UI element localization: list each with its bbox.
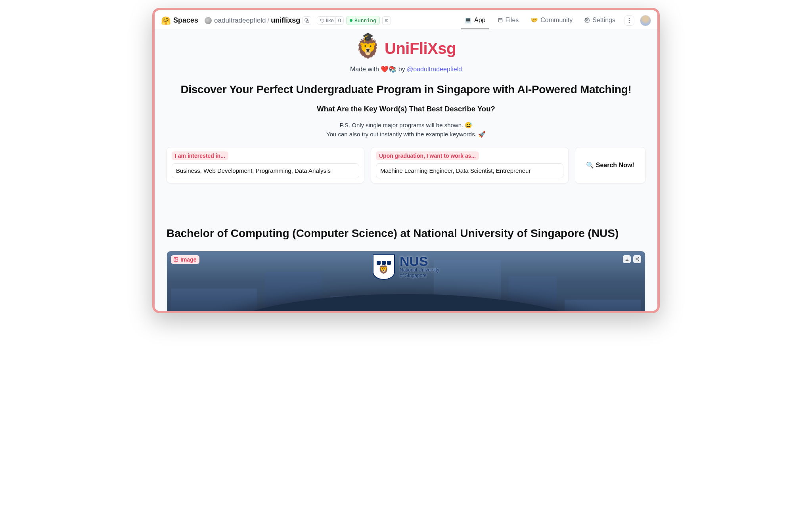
spaces-label[interactable]: Spaces: [173, 16, 198, 25]
copy-icon[interactable]: [303, 16, 311, 25]
svg-point-9: [629, 20, 630, 21]
nus-crest-icon: 🦁: [373, 254, 395, 280]
question: What Are the Key Word(s) That Best Descr…: [164, 105, 648, 113]
byline: Made with ❤️📚 by @oadultradeepfield: [164, 65, 648, 73]
status-text: Running: [354, 17, 376, 23]
content: 🎓🦁 UniFliXsg Made with ❤️📚 by @oadultrad…: [155, 29, 657, 311]
nus-logo: 🦁 NUS National University of Singapore: [370, 254, 442, 280]
files-icon: [498, 17, 503, 23]
search-button[interactable]: 🔍 Search Now!: [575, 147, 645, 183]
search-label: 🔍 Search Now!: [586, 161, 634, 169]
app-frame: 🤗 Spaces oadultradeepfield / uniflixsg l…: [152, 8, 660, 313]
nus-logo-big: NUS: [400, 255, 439, 268]
tab-app[interactable]: 💻 App: [461, 14, 488, 29]
status-pill[interactable]: Running: [346, 16, 380, 25]
tab-files[interactable]: Files: [494, 14, 522, 29]
topbar-right: 💻 App Files 🤝 Community Settings: [461, 14, 651, 27]
hint-line-1: P.S. Only single major programs will be …: [164, 120, 648, 130]
like-button[interactable]: like 0: [317, 16, 344, 25]
svg-point-12: [175, 258, 176, 259]
app-title: UniFliXsg: [385, 40, 456, 57]
kebab-icon: [628, 18, 630, 23]
svg-point-15: [638, 260, 639, 261]
app-title-row: 🎓🦁 UniFliXsg: [164, 37, 648, 60]
svg-point-7: [586, 19, 588, 21]
interest-input[interactable]: [172, 163, 359, 178]
more-menu-button[interactable]: [624, 15, 634, 26]
heart-icon: [320, 18, 324, 23]
svg-rect-5: [498, 18, 502, 22]
interest-label: I am interested in...: [172, 151, 228, 160]
career-label: Upon graduation, I want to work as...: [376, 151, 479, 160]
gear-icon: [584, 17, 590, 23]
svg-point-10: [629, 22, 630, 23]
result-image-card: 🦁 NUS National University of Singapore I…: [167, 251, 645, 311]
logs-icon[interactable]: [382, 16, 391, 25]
owner-avatar-icon[interactable]: [205, 17, 212, 24]
tagline: Discover Your Perfect Undergraduate Prog…: [164, 83, 648, 96]
hugging-face-icon: 🤗: [161, 16, 171, 25]
user-avatar[interactable]: [640, 15, 651, 26]
breadcrumb-owner[interactable]: oadultradeepfield: [214, 17, 266, 25]
image-icon: [173, 257, 178, 262]
svg-point-14: [636, 259, 636, 260]
result-title: Bachelor of Computing (Computer Science)…: [164, 227, 648, 240]
topbar: 🤗 Spaces oadultradeepfield / uniflixsg l…: [155, 10, 657, 29]
interest-card: I am interested in...: [167, 147, 364, 183]
hero: 🎓🦁 UniFliXsg Made with ❤️📚 by @oadultrad…: [164, 37, 648, 139]
like-label: like: [326, 17, 334, 23]
community-icon: 🤝: [530, 17, 538, 24]
hint-line-2: You can also try out instantly with the …: [164, 130, 648, 139]
tab-settings[interactable]: Settings: [581, 14, 619, 29]
author-link[interactable]: @oadultradeepfield: [407, 66, 462, 73]
scroll-area[interactable]: 🤗 Spaces oadultradeepfield / uniflixsg l…: [155, 10, 657, 311]
like-count: 0: [335, 17, 341, 23]
career-card: Upon graduation, I want to work as...: [371, 147, 569, 183]
input-row: I am interested in... Upon graduation, I…: [164, 147, 648, 183]
app-icon: 💻: [464, 17, 472, 24]
tab-community[interactable]: 🤝 Community: [527, 14, 576, 29]
breadcrumb-separator: /: [268, 17, 270, 25]
lion-graduate-icon: 🎓🦁: [356, 37, 380, 60]
status-dot-icon: [350, 19, 352, 22]
career-input[interactable]: [376, 163, 563, 178]
hint: P.S. Only single major programs will be …: [164, 120, 648, 139]
image-actions: [623, 255, 641, 263]
topbar-left: 🤗 Spaces oadultradeepfield / uniflixsg l…: [161, 16, 391, 25]
image-tag: Image: [171, 255, 199, 264]
nus-logo-small-2: of Singapore: [400, 273, 439, 279]
svg-point-13: [638, 257, 639, 258]
share-icon[interactable]: [633, 255, 641, 263]
svg-point-8: [629, 18, 630, 19]
download-icon[interactable]: [623, 255, 631, 263]
breadcrumb-repo[interactable]: uniflixsg: [271, 16, 300, 25]
